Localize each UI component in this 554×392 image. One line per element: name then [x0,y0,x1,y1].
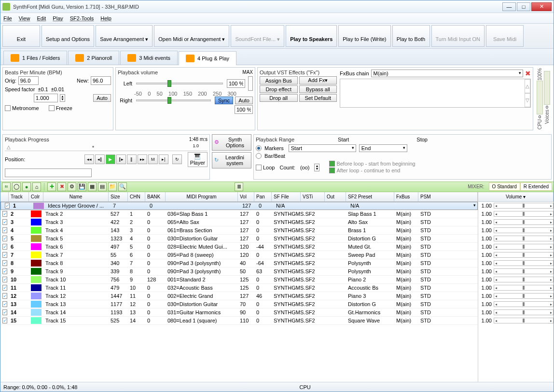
speed-input[interactable] [34,94,58,102]
track-row[interactable]: ✓5Track 5132340030=Distortion Guitar1270… [0,235,478,243]
sync-button[interactable]: Sync [215,97,233,104]
tab-2-pianoroll[interactable]: 2 Pianoroll [68,51,119,65]
col-size[interactable]: Size [109,192,128,201]
mixer-lane[interactable]: 1.00 [478,267,554,276]
mixer-standard-tab[interactable]: O Standard [489,182,520,191]
fx-list[interactable] [340,79,525,107]
track-row[interactable]: ✓6Track 649750028=Electric Muted Gui...1… [0,243,478,251]
col-track[interactable]: Track [9,192,29,201]
remove-icon[interactable]: ✖ [57,182,66,191]
track-row[interactable]: ✓1Idecs Hyper Groove / ...701270N/AN/A [0,202,478,210]
mixer-lane[interactable]: 1.00 [478,308,554,317]
midi-icon[interactable]: Turn Midi Input ON [431,25,485,47]
play-button[interactable]: ▶ [106,154,115,164]
mixer-lane[interactable]: 1.00 [478,218,554,226]
maximize-button[interactable]: □ [517,2,530,11]
left-slider[interactable] [136,83,223,84]
mixer-extended-tab[interactable]: R Extended [520,182,552,191]
leardini-button[interactable]: ↻Leardini system [212,152,251,168]
end-button[interactable]: ▸| [159,154,168,164]
zoom-out-icon[interactable]: ◯ [12,182,21,191]
col-sf[interactable]: SF File [272,192,301,201]
count-stepper[interactable]: ▲▼ [314,164,319,171]
bypass-all-button[interactable]: Bypass all [299,85,337,93]
metronome-checkbox[interactable]: Metronome [5,105,39,111]
track-row[interactable]: ✓2Track 252710036=Slap Bass 11270SYNTHGM… [0,210,478,218]
markers-radio[interactable] [256,145,262,151]
step-back-button[interactable]: ◂‖ [95,154,105,164]
mixer-lane[interactable]: 1.00 [478,202,554,210]
synth-options-button[interactable]: ⚙Synth Options [212,134,251,151]
col-psm[interactable]: PSM [418,192,478,201]
save-icon[interactable]: 💾 [78,182,86,191]
menu-help[interactable]: Help [100,15,111,21]
mixer-lane[interactable]: 1.00 [478,210,554,218]
right-slider[interactable] [136,99,211,101]
save-icon[interactable]: Save Arrangement ▾ [96,25,152,47]
track-row[interactable]: ✓3Track 342220065=Alto Sax1270SYNTHGMS.S… [0,218,478,226]
menu-edit[interactable]: Edit [37,15,46,21]
fxbus-chain-select[interactable]: M(ain) [371,70,523,77]
action2-icon[interactable]: ▤ [98,182,107,191]
add-icon[interactable]: ✚ [47,182,56,191]
mixer-lane[interactable]: 1.00 [478,243,554,251]
step-fwd-button[interactable]: ‖▸ [116,154,126,164]
mixer-lane[interactable]: 1.00 [478,226,554,235]
exit-icon[interactable]: Exit [2,25,40,47]
track-row[interactable]: ✓15Track 15525140080=Lead 1 (square)1100… [0,317,478,325]
ffwd-button[interactable]: ▸▸ [138,154,147,164]
drop-all-button[interactable]: Drop all [260,94,298,102]
minimize-button[interactable]: — [502,2,516,11]
player-button[interactable]: 🎹 Player [188,152,208,167]
track-row[interactable]: ✓9Track 933980090=Pad 3 (polysynth)5063S… [0,267,478,276]
bpm-new-input[interactable] [91,76,111,85]
speed-stepper[interactable]: ▲▼ [60,94,65,102]
open-icon[interactable]: Open Midi or Arrangement ▾ [154,25,229,47]
col-vsti[interactable]: VSTi [301,192,325,201]
fx-down-button[interactable]: ▽ [525,93,530,107]
sf-icon[interactable]: SoundFont File... ▾ [231,25,284,47]
col-prog[interactable]: MIDI Program [166,192,238,201]
volume-auto-button[interactable]: Auto [235,97,253,104]
tab-1-files-folders[interactable]: 1 Files / Folders [3,51,67,65]
pause-button[interactable]: ‖ [127,154,137,164]
close-button[interactable]: ✕ [531,2,552,11]
both-icon[interactable]: Play to Both [392,25,430,47]
col-color[interactable]: Colr [29,192,43,201]
track-row[interactable]: ✓4Track 414330061=Brass Section1270SYNTH… [0,226,478,235]
mixer-lane[interactable]: 1.00 [478,284,554,292]
drop-effect-button[interactable]: Drop effect [260,85,298,93]
action1-icon[interactable]: ▦ [88,182,97,191]
menu-play[interactable]: Play [53,15,63,21]
fit-icon[interactable]: fit [2,182,11,191]
bpm-orig-input[interactable] [18,76,39,85]
track-row[interactable]: ✓11Track 11479100032=Acoustic Bass1250SY… [0,284,478,292]
mixer-lane[interactable]: 1.00 [478,300,554,308]
col-preset[interactable]: SF2 Preset [346,192,394,201]
bpm-auto-button[interactable]: Auto [93,94,111,102]
rewind-button[interactable]: ◂◂ [84,154,94,164]
track-row[interactable]: ✓14Track 141193130031=Guitar Harmonics90… [0,308,478,317]
search-icon[interactable]: 🔍 [118,182,127,191]
mixer-lane[interactable]: 1.00 [478,259,554,267]
right-pct[interactable] [235,105,253,114]
before-loop-checkbox[interactable]: Before loop - start from beginning [329,161,415,167]
track-row[interactable]: ✓10Track 107569128001=Standard 21250SYNT… [0,276,478,284]
list-icon[interactable]: ≣ [235,182,243,191]
mixer-lane[interactable]: 1.00 [478,276,554,284]
track-row[interactable]: ✓8Track 834070090=Pad 3 (polysynth)40-64… [0,259,478,267]
home-icon[interactable]: ⌂ [32,182,41,191]
col-pan[interactable]: Pan [254,192,272,201]
mixer-lane[interactable]: 1.00 [478,235,554,243]
mixer-vol-header[interactable]: Volume ▾ [478,192,554,201]
assign-bus-button[interactable]: Assign Bus [260,76,298,84]
config-icon[interactable]: ⚙ [68,182,76,191]
col-bank[interactable]: BANK [145,192,166,201]
barbeat-radio[interactable] [256,153,262,159]
tab-4-plug-play[interactable]: 4 Plug & Play [179,51,236,65]
menu-file[interactable]: File [3,15,12,21]
speaker-icon[interactable]: Play to Speakers [286,25,337,47]
col-out[interactable]: Out [325,192,346,201]
record-icon[interactable]: ● [22,182,31,191]
mixer-lane[interactable]: 1.00 [478,251,554,259]
